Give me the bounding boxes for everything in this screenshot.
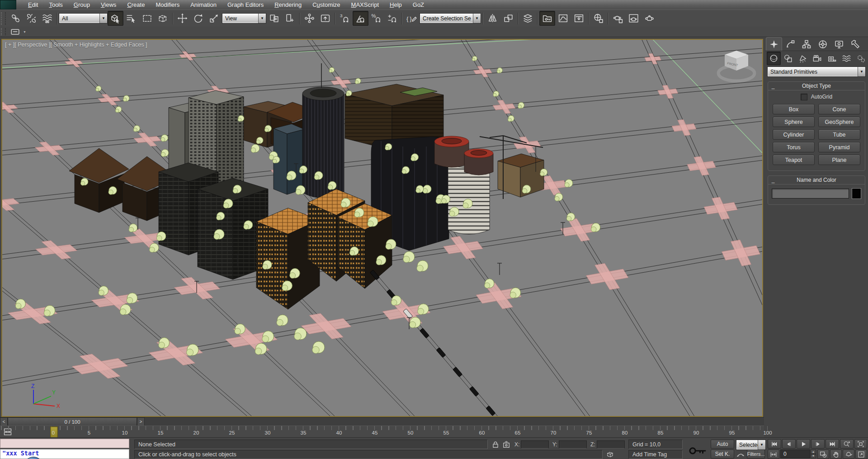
menu-group[interactable]: Group [68, 0, 95, 9]
container-dropdown-button[interactable] [8, 27, 22, 37]
menu-maxscript[interactable]: MAXScript [346, 0, 384, 9]
select-and-manipulate-button[interactable] [302, 11, 317, 26]
spinner-snap-toggle[interactable] [384, 11, 400, 26]
orbit-button[interactable] [843, 450, 854, 459]
timeline-ruler[interactable]: 0510152025303540455055606570758085909510… [0, 426, 764, 438]
name-color-rollout-header[interactable]: _ Name and Color [768, 176, 865, 185]
rollout-minimize-icon[interactable]: _ [768, 177, 778, 183]
angle-snap-toggle[interactable] [353, 11, 368, 26]
render-setup-button[interactable] [610, 11, 626, 26]
object-color-swatch[interactable] [852, 188, 861, 199]
toolbar-grip[interactable] [1, 28, 6, 35]
select-and-move-button[interactable] [175, 11, 190, 26]
geosphere-button[interactable]: GeoSphere [818, 117, 860, 127]
toggle-scene-explorer-button[interactable] [539, 11, 555, 26]
toolbar-grip[interactable] [1, 12, 6, 25]
pan-view-button[interactable] [830, 450, 842, 459]
cylinder-button[interactable]: Cylinder [773, 129, 815, 140]
unlink-selection-button[interactable] [24, 11, 39, 26]
subtab-helpers[interactable] [825, 52, 839, 65]
subtab-cameras[interactable] [810, 52, 824, 65]
subtab-lights[interactable] [796, 52, 810, 65]
tab-create[interactable] [766, 37, 782, 51]
menu-edit[interactable]: Edit [23, 0, 43, 9]
tab-utilities[interactable] [847, 37, 863, 51]
key-mode-toggle[interactable] [768, 450, 779, 459]
trackbar-next-button[interactable]: > [137, 417, 145, 426]
bind-to-space-warp-button[interactable] [39, 11, 55, 26]
go-to-start-button[interactable] [768, 439, 781, 449]
isolate-selection-icon[interactable] [606, 450, 615, 459]
edit-named-selection-sets-button[interactable]: {} [404, 11, 420, 26]
sphere-button[interactable]: Sphere [773, 117, 815, 127]
selection-filter-dropdown[interactable]: All▼ [59, 13, 108, 24]
key-filter-dropdown[interactable]: Selected▼ [736, 440, 766, 450]
default-tangent-icon[interactable] [736, 450, 745, 459]
menu-create[interactable]: Create [122, 0, 150, 9]
use-selection-center-button[interactable] [282, 11, 298, 26]
manage-layers-button[interactable] [520, 11, 536, 26]
subtab-systems[interactable] [854, 52, 868, 65]
schematic-view-button[interactable] [571, 11, 587, 26]
subtab-geometry[interactable] [767, 52, 781, 65]
tab-display[interactable] [831, 37, 847, 51]
box-button[interactable]: Box [773, 104, 815, 114]
subtab-shapes[interactable] [781, 52, 795, 65]
z-coord-field[interactable] [597, 440, 625, 449]
mirror-button[interactable] [485, 11, 500, 26]
rectangular-selection-region-button[interactable] [139, 11, 155, 26]
selection-lock-toggle[interactable] [491, 440, 500, 449]
select-and-scale-button[interactable] [206, 11, 222, 26]
material-editor-button[interactable] [590, 11, 606, 26]
keyboard-shortcut-override-toggle[interactable] [317, 11, 333, 26]
reference-coordinate-dropdown[interactable]: View▼ [222, 13, 266, 24]
menu-customize[interactable]: Customize [307, 0, 345, 9]
curve-editor-button[interactable] [555, 11, 571, 26]
x-coord-field[interactable] [521, 440, 549, 449]
tube-button[interactable]: Tube [818, 129, 860, 140]
menu-modifiers[interactable]: Modifiers [150, 0, 185, 9]
teapot-button[interactable]: Teapot [773, 155, 815, 165]
autogrid-checkbox[interactable] [801, 94, 807, 100]
rendered-frame-window-button[interactable] [626, 11, 642, 26]
absolute-mode-toggle[interactable] [502, 440, 511, 449]
menu-tools[interactable]: Tools [43, 0, 68, 9]
y-coord-field[interactable] [559, 440, 587, 449]
play-animation-button[interactable] [797, 439, 810, 449]
set-keys-icon[interactable] [686, 440, 709, 457]
pyramid-button[interactable]: Pyramid [818, 142, 860, 152]
primitive-category-dropdown[interactable]: Standard Primitives▼ [767, 66, 866, 77]
plane-button[interactable]: Plane [818, 155, 860, 165]
menu-views[interactable]: Views [95, 0, 122, 9]
previous-frame-button[interactable] [782, 439, 796, 449]
select-object-button[interactable] [108, 11, 123, 26]
key-filters-button[interactable]: Filters... [747, 450, 765, 459]
use-pivot-point-center-button[interactable] [266, 11, 282, 26]
zoom-extents-button[interactable] [854, 439, 867, 449]
trackbar-prev-button[interactable]: < [0, 417, 8, 426]
auto-key-button[interactable]: Auto [711, 440, 734, 449]
menu-graph-editors[interactable]: Graph Editors [222, 0, 269, 9]
cone-button[interactable]: Cone [818, 104, 860, 114]
subtab-space-warps[interactable] [840, 52, 854, 65]
next-frame-button[interactable] [811, 439, 825, 449]
select-and-rotate-button[interactable] [190, 11, 206, 26]
time-range-handle[interactable]: 0 / 100 [8, 417, 137, 426]
frame-spinner[interactable]: ▲▼ [811, 450, 816, 458]
select-by-name-button[interactable] [123, 11, 139, 26]
macro-recorder-pane[interactable] [0, 439, 129, 448]
rollout-minimize-icon[interactable]: _ [768, 83, 778, 89]
align-button[interactable] [500, 11, 516, 26]
window-crossing-toggle[interactable] [155, 11, 171, 26]
maximize-viewport-toggle[interactable] [855, 450, 867, 459]
object-type-rollout-header[interactable]: _ Object Type [768, 82, 865, 90]
tab-modify[interactable] [782, 37, 798, 51]
select-and-link-button[interactable] [8, 11, 24, 26]
menu-goz[interactable]: GoZ [407, 0, 429, 9]
add-time-tag[interactable]: Add Time Tag [628, 450, 683, 459]
menu-rendering[interactable]: Rendering [269, 0, 307, 9]
torus-button[interactable]: Torus [773, 142, 815, 152]
chevron-down-icon[interactable]: ▼ [23, 30, 26, 33]
render-production-button[interactable] [642, 11, 657, 26]
time-configuration-button[interactable] [817, 450, 829, 459]
